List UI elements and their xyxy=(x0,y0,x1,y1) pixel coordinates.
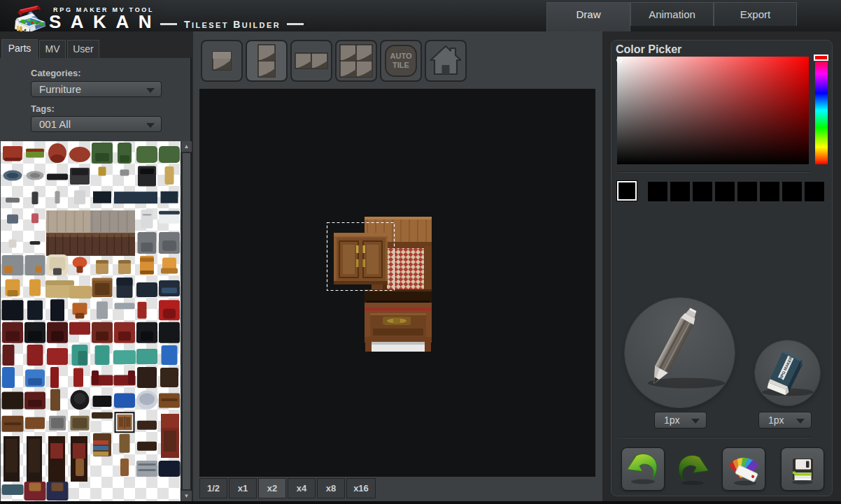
svg-text:AUTO: AUTO xyxy=(390,52,412,60)
svg-text:TILE: TILE xyxy=(393,61,409,69)
